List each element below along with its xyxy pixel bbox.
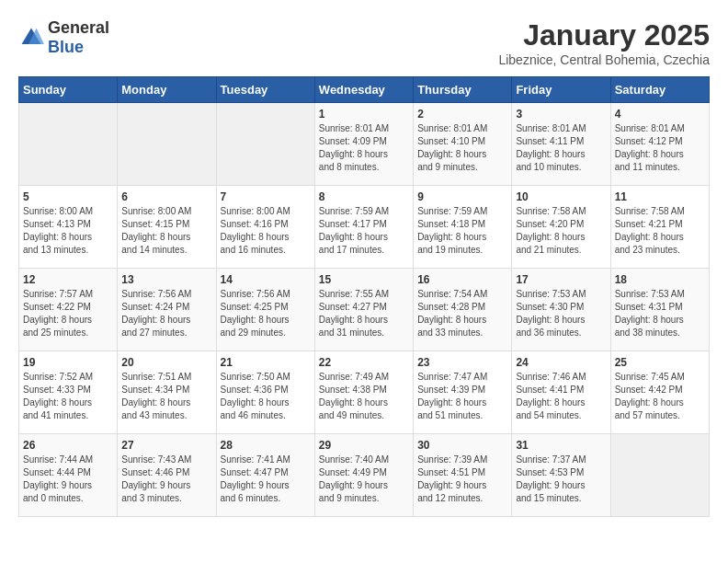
day-info: Sunrise: 8:01 AM Sunset: 4:09 PM Dayligh…	[319, 122, 409, 174]
calendar-cell	[118, 103, 216, 186]
day-number: 17	[516, 273, 606, 286]
calendar-cell: 15Sunrise: 7:55 AM Sunset: 4:27 PM Dayli…	[314, 269, 413, 351]
calendar-cell	[19, 103, 118, 186]
day-number: 20	[121, 356, 211, 369]
day-info: Sunrise: 7:57 AM Sunset: 4:22 PM Dayligh…	[23, 288, 113, 339]
logo-text: General Blue	[48, 18, 109, 57]
calendar-cell: 23Sunrise: 7:47 AM Sunset: 4:39 PM Dayli…	[414, 351, 512, 434]
day-info: Sunrise: 7:58 AM Sunset: 4:20 PM Dayligh…	[516, 205, 606, 257]
day-number: 12	[23, 273, 113, 286]
day-number: 29	[319, 439, 409, 452]
calendar-cell: 19Sunrise: 7:52 AM Sunset: 4:33 PM Dayli…	[19, 351, 118, 434]
day-number: 11	[615, 190, 705, 203]
day-number: 5	[23, 190, 113, 203]
page-header: General Blue January 2025 Libeznice, Cen…	[18, 18, 710, 67]
day-number: 21	[221, 356, 311, 369]
day-number: 8	[319, 190, 409, 203]
day-number: 6	[121, 190, 211, 203]
calendar-cell: 3Sunrise: 8:01 AM Sunset: 4:11 PM Daylig…	[512, 103, 610, 186]
day-info: Sunrise: 7:47 AM Sunset: 4:39 PM Dayligh…	[417, 371, 507, 422]
calendar-cell: 26Sunrise: 7:44 AM Sunset: 4:44 PM Dayli…	[19, 434, 118, 517]
calendar-week-row: 19Sunrise: 7:52 AM Sunset: 4:33 PM Dayli…	[19, 351, 710, 434]
title-section: January 2025 Libeznice, Central Bohemia,…	[498, 18, 710, 67]
day-info: Sunrise: 7:54 AM Sunset: 4:28 PM Dayligh…	[417, 288, 507, 339]
calendar-cell: 31Sunrise: 7:37 AM Sunset: 4:53 PM Dayli…	[512, 434, 610, 517]
day-number: 22	[319, 356, 409, 369]
calendar-cell: 8Sunrise: 7:59 AM Sunset: 4:17 PM Daylig…	[314, 186, 413, 269]
day-info: Sunrise: 8:01 AM Sunset: 4:11 PM Dayligh…	[516, 122, 606, 174]
calendar-week-row: 26Sunrise: 7:44 AM Sunset: 4:44 PM Dayli…	[19, 434, 710, 517]
day-number: 27	[121, 439, 211, 452]
day-info: Sunrise: 7:41 AM Sunset: 4:47 PM Dayligh…	[221, 454, 311, 505]
calendar-cell: 21Sunrise: 7:50 AM Sunset: 4:36 PM Dayli…	[216, 351, 314, 434]
day-info: Sunrise: 7:55 AM Sunset: 4:27 PM Dayligh…	[319, 288, 409, 339]
calendar-cell: 13Sunrise: 7:56 AM Sunset: 4:24 PM Dayli…	[118, 269, 216, 351]
day-info: Sunrise: 8:00 AM Sunset: 4:15 PM Dayligh…	[121, 205, 211, 257]
day-info: Sunrise: 8:00 AM Sunset: 4:13 PM Dayligh…	[23, 205, 113, 257]
calendar-cell: 20Sunrise: 7:51 AM Sunset: 4:34 PM Dayli…	[118, 351, 216, 434]
weekday-header: Wednesday	[314, 77, 413, 103]
day-info: Sunrise: 7:56 AM Sunset: 4:25 PM Dayligh…	[221, 288, 311, 339]
day-number: 14	[221, 273, 311, 286]
calendar-cell: 17Sunrise: 7:53 AM Sunset: 4:30 PM Dayli…	[512, 269, 610, 351]
day-number: 9	[417, 190, 507, 203]
calendar-cell: 12Sunrise: 7:57 AM Sunset: 4:22 PM Dayli…	[19, 269, 118, 351]
calendar-cell: 14Sunrise: 7:56 AM Sunset: 4:25 PM Dayli…	[216, 269, 314, 351]
day-number: 31	[516, 439, 606, 452]
day-info: Sunrise: 7:37 AM Sunset: 4:53 PM Dayligh…	[516, 454, 606, 505]
calendar-cell: 5Sunrise: 8:00 AM Sunset: 4:13 PM Daylig…	[19, 186, 118, 269]
day-number: 13	[121, 273, 211, 286]
day-info: Sunrise: 7:58 AM Sunset: 4:21 PM Dayligh…	[615, 205, 705, 257]
calendar-cell	[610, 434, 709, 517]
day-number: 30	[417, 439, 507, 452]
day-info: Sunrise: 8:01 AM Sunset: 4:12 PM Dayligh…	[615, 122, 705, 174]
day-info: Sunrise: 7:59 AM Sunset: 4:17 PM Dayligh…	[319, 205, 409, 257]
calendar-cell: 1Sunrise: 8:01 AM Sunset: 4:09 PM Daylig…	[314, 103, 413, 186]
calendar-week-row: 1Sunrise: 8:01 AM Sunset: 4:09 PM Daylig…	[19, 103, 710, 186]
calendar-cell: 18Sunrise: 7:53 AM Sunset: 4:31 PM Dayli…	[610, 269, 709, 351]
calendar-cell: 2Sunrise: 8:01 AM Sunset: 4:10 PM Daylig…	[414, 103, 512, 186]
calendar-cell: 9Sunrise: 7:59 AM Sunset: 4:18 PM Daylig…	[414, 186, 512, 269]
day-number: 26	[23, 439, 113, 452]
month-title: January 2025	[498, 18, 710, 52]
day-number: 23	[417, 356, 507, 369]
day-number: 18	[615, 273, 705, 286]
logo: General Blue	[18, 18, 109, 57]
calendar-cell	[216, 103, 314, 186]
weekday-header-row: SundayMondayTuesdayWednesdayThursdayFrid…	[19, 77, 710, 103]
weekday-header: Sunday	[19, 77, 118, 103]
day-number: 25	[615, 356, 705, 369]
day-info: Sunrise: 7:52 AM Sunset: 4:33 PM Dayligh…	[23, 371, 113, 422]
day-info: Sunrise: 8:01 AM Sunset: 4:10 PM Dayligh…	[417, 122, 507, 174]
logo-blue: Blue	[48, 38, 84, 56]
calendar-cell: 29Sunrise: 7:40 AM Sunset: 4:49 PM Dayli…	[314, 434, 413, 517]
day-info: Sunrise: 7:45 AM Sunset: 4:42 PM Dayligh…	[615, 371, 705, 422]
day-info: Sunrise: 7:40 AM Sunset: 4:49 PM Dayligh…	[319, 454, 409, 505]
day-info: Sunrise: 7:44 AM Sunset: 4:44 PM Dayligh…	[23, 454, 113, 505]
calendar-cell: 10Sunrise: 7:58 AM Sunset: 4:20 PM Dayli…	[512, 186, 610, 269]
day-info: Sunrise: 7:51 AM Sunset: 4:34 PM Dayligh…	[121, 371, 211, 422]
day-info: Sunrise: 7:53 AM Sunset: 4:31 PM Dayligh…	[615, 288, 705, 339]
day-number: 1	[319, 108, 409, 121]
calendar-cell: 30Sunrise: 7:39 AM Sunset: 4:51 PM Dayli…	[414, 434, 512, 517]
calendar-cell: 22Sunrise: 7:49 AM Sunset: 4:38 PM Dayli…	[314, 351, 413, 434]
calendar-cell: 25Sunrise: 7:45 AM Sunset: 4:42 PM Dayli…	[610, 351, 709, 434]
weekday-header: Tuesday	[216, 77, 314, 103]
weekday-header: Saturday	[610, 77, 709, 103]
day-info: Sunrise: 7:53 AM Sunset: 4:30 PM Dayligh…	[516, 288, 606, 339]
logo-general: General	[48, 18, 109, 37]
day-number: 2	[417, 108, 507, 121]
day-number: 4	[615, 108, 705, 121]
weekday-header: Thursday	[414, 77, 512, 103]
calendar-cell: 24Sunrise: 7:46 AM Sunset: 4:41 PM Dayli…	[512, 351, 610, 434]
weekday-header: Monday	[118, 77, 216, 103]
calendar: SundayMondayTuesdayWednesdayThursdayFrid…	[18, 76, 710, 517]
calendar-cell: 11Sunrise: 7:58 AM Sunset: 4:21 PM Dayli…	[610, 186, 709, 269]
day-number: 24	[516, 356, 606, 369]
day-number: 7	[221, 190, 311, 203]
day-info: Sunrise: 7:59 AM Sunset: 4:18 PM Dayligh…	[417, 205, 507, 257]
calendar-cell: 28Sunrise: 7:41 AM Sunset: 4:47 PM Dayli…	[216, 434, 314, 517]
day-number: 28	[221, 439, 311, 452]
day-info: Sunrise: 7:39 AM Sunset: 4:51 PM Dayligh…	[417, 454, 507, 505]
day-number: 16	[417, 273, 507, 286]
